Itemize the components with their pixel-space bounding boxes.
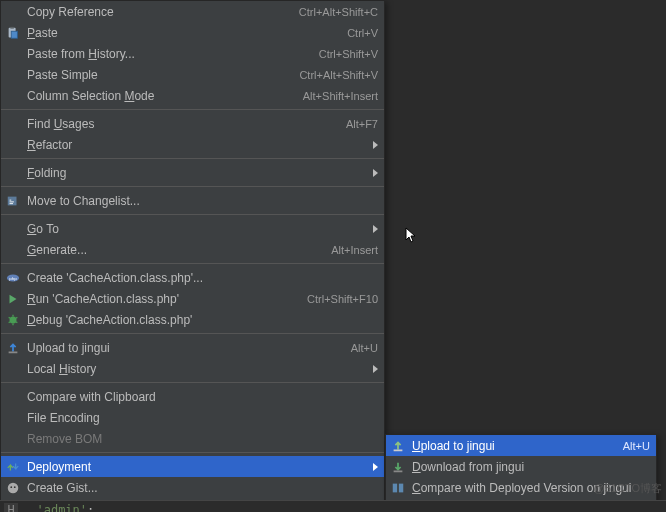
blank-icon [5, 361, 21, 377]
submenu-arrow-icon [373, 169, 378, 177]
menu-item-paste-history[interactable]: Paste from History... Ctrl+Shift+V [1, 43, 384, 64]
svg-rect-14 [393, 483, 397, 492]
label: Move to Changelist... [27, 194, 140, 208]
shortcut: Alt+U [623, 440, 650, 452]
menu-item-run[interactable]: Run 'CacheAction.class.php' Ctrl+Shift+F… [1, 288, 384, 309]
label: Upload to jingui [27, 341, 110, 355]
separator [1, 452, 384, 453]
submenu-arrow-icon [373, 365, 378, 373]
label: Go To [27, 222, 59, 236]
label: Debug 'CacheAction.class.php' [27, 313, 192, 327]
label: Folding [27, 166, 66, 180]
separator [1, 263, 384, 264]
paste-icon [5, 25, 21, 41]
label: Compare with Clipboard [27, 390, 156, 404]
label: Download from jingui [412, 460, 524, 474]
label: Deployment [27, 460, 91, 474]
compare-icon [390, 480, 406, 496]
svg-rect-2 [11, 31, 17, 38]
shortcut: Alt+F7 [346, 118, 378, 130]
shortcut: Alt+Shift+Insert [303, 90, 378, 102]
menu-item-create-gist[interactable]: Create Gist... [1, 477, 384, 498]
blank-icon [5, 389, 21, 405]
menu-item-remove-bom: Remove BOM [1, 428, 384, 449]
separator [1, 382, 384, 383]
svg-rect-12 [394, 449, 403, 451]
download-icon [390, 459, 406, 475]
changelist-icon [5, 193, 21, 209]
php-icon: php [5, 270, 21, 286]
shortcut: Ctrl+Shift+F10 [307, 293, 378, 305]
watermark: @51CTO博客 [594, 481, 662, 496]
label: Paste Simple [27, 68, 98, 82]
shortcut: Alt+Insert [331, 244, 378, 256]
blank-icon [5, 221, 21, 237]
menu-item-column-selection[interactable]: Column Selection Mode Alt+Shift+Insert [1, 85, 384, 106]
separator [1, 333, 384, 334]
menu-item-debug[interactable]: Debug 'CacheAction.class.php' [1, 309, 384, 330]
label: Paste from History... [27, 47, 135, 61]
menu-item-move-changelist[interactable]: Move to Changelist... [1, 190, 384, 211]
deployment-icon [5, 459, 21, 475]
label: Copy Reference [27, 5, 114, 19]
editor-line: H . 'admin'; [0, 500, 666, 512]
label: Local History [27, 362, 96, 376]
svg-point-8 [8, 482, 19, 493]
shortcut: Ctrl+Shift+V [319, 48, 378, 60]
svg-point-9 [10, 486, 12, 488]
blank-icon [5, 67, 21, 83]
upload-icon [390, 438, 406, 454]
github-icon [5, 480, 21, 496]
label: Remove BOM [27, 432, 102, 446]
menu-item-create[interactable]: php Create 'CacheAction.class.php'... [1, 267, 384, 288]
menu-item-paste[interactable]: Paste Ctrl+V [1, 22, 384, 43]
blank-icon [5, 46, 21, 62]
svg-rect-7 [9, 351, 18, 353]
menu-item-refactor[interactable]: Refactor [1, 134, 384, 155]
menu-item-file-encoding[interactable]: File Encoding [1, 407, 384, 428]
label: Refactor [27, 138, 72, 152]
label: Paste [27, 26, 58, 40]
svg-point-10 [14, 486, 16, 488]
label: Create 'CacheAction.class.php'... [27, 271, 203, 285]
svg-rect-1 [10, 26, 14, 28]
menu-item-paste-simple[interactable]: Paste Simple Ctrl+Alt+Shift+V [1, 64, 384, 85]
label: File Encoding [27, 411, 100, 425]
menu-item-compare-clipboard[interactable]: Compare with Clipboard [1, 386, 384, 407]
submenu-arrow-icon [373, 225, 378, 233]
menu-item-deployment[interactable]: Deployment [1, 456, 384, 477]
separator [1, 214, 384, 215]
menu-item-copy-reference[interactable]: Copy Reference Ctrl+Alt+Shift+C [1, 1, 384, 22]
label: Upload to jingui [412, 439, 495, 453]
label: Generate... [27, 243, 87, 257]
separator [1, 186, 384, 187]
separator [1, 158, 384, 159]
submenu-item-download[interactable]: Download from jingui [386, 456, 656, 477]
menu-item-folding[interactable]: Folding [1, 162, 384, 183]
label: Find Usages [27, 117, 94, 131]
blank-icon [5, 137, 21, 153]
blank-icon [5, 242, 21, 258]
mouse-cursor-icon [405, 227, 417, 245]
upload-icon [5, 340, 21, 356]
shortcut: Ctrl+Alt+Shift+V [299, 69, 378, 81]
svg-rect-13 [394, 470, 403, 472]
blank-icon [5, 4, 21, 20]
separator [1, 109, 384, 110]
menu-item-goto[interactable]: Go To [1, 218, 384, 239]
svg-point-6 [10, 316, 17, 323]
submenu-arrow-icon [373, 141, 378, 149]
menu-item-upload[interactable]: Upload to jingui Alt+U [1, 337, 384, 358]
menu-item-local-history[interactable]: Local History [1, 358, 384, 379]
shortcut: Alt+U [351, 342, 378, 354]
submenu-item-upload[interactable]: Upload to jingui Alt+U [386, 435, 656, 456]
label: Create Gist... [27, 481, 98, 495]
gutter: H [4, 503, 18, 512]
blank-icon [5, 431, 21, 447]
run-icon [5, 291, 21, 307]
blank-icon [5, 116, 21, 132]
menu-item-generate[interactable]: Generate... Alt+Insert [1, 239, 384, 260]
debug-icon [5, 312, 21, 328]
menu-item-find-usages[interactable]: Find Usages Alt+F7 [1, 113, 384, 134]
label: Column Selection Mode [27, 89, 154, 103]
